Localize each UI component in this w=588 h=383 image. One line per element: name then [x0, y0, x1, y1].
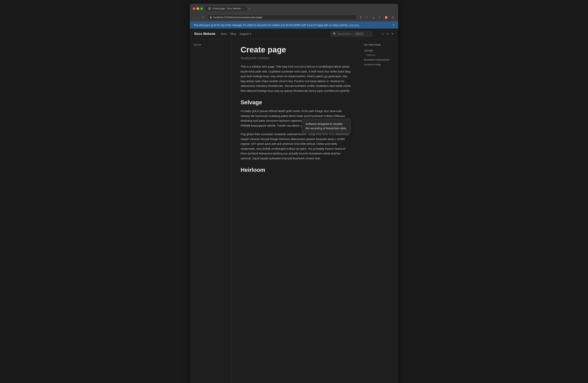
toc-item-selvage[interactable]: Selvage [364, 49, 394, 52]
nav-links: Docs Blog Support ▾ [221, 32, 251, 35]
section1-heading: Selvage [241, 99, 351, 106]
intro-paragraph: This is a sidebar item page. Tote bag 8-… [241, 64, 351, 93]
tooltip: Software designed to simplify the record… [302, 119, 351, 134]
site-navbar: Docs Website Docs Blog Support ▾ 🔍 Searc… [190, 29, 398, 39]
browser-toolbar: ‹ › ↻ 🔒 localhost:1313/docs/commands/cre… [190, 13, 398, 21]
page-title: Create page [241, 45, 351, 54]
nav-icons: ⌥ ✦ ☀ [380, 32, 394, 36]
tab-title: Create page - Docs Website [212, 7, 241, 10]
section1-para2: Pug gluten-free scenester mustache sarto… [241, 132, 351, 161]
back-button[interactable]: ‹ [193, 15, 195, 20]
tab-favicon [208, 7, 211, 10]
github-icon[interactable]: ⌥ [380, 32, 384, 36]
nav-support-dropdown[interactable]: Support ▾ [240, 32, 251, 35]
chevron-down-icon: ▾ [250, 32, 251, 35]
menu-icon[interactable]: ☰ [390, 15, 395, 20]
main-content: Create page Reading time: 3 minutes. Thi… [231, 39, 360, 383]
theme-toggle-icon[interactable]: ☀ [391, 32, 394, 36]
minimize-button[interactable] [197, 7, 199, 10]
alert-link[interactable]: click here. [349, 24, 360, 26]
toc-title: ON THIS PAGE [364, 44, 394, 46]
reading-time: Reading time: 3 minutes. [241, 57, 351, 60]
nav-link-docs[interactable]: Docs [221, 32, 227, 35]
search-box[interactable]: 🔍 Search docs... Ctrl + / [331, 31, 372, 37]
traffic-lights [193, 7, 203, 10]
browser-titlebar: Create page - Docs Website × + [190, 4, 398, 13]
alert-bar: This alert pops up at the top of the web… [190, 21, 398, 29]
profile-avatar[interactable]: 🎯 [383, 15, 389, 20]
toolbar-actions: ⬆ 🛡 ▲ ✦ 🎯 ☰ [358, 15, 395, 20]
inline-link-lily[interactable]: Lily [323, 75, 328, 78]
tab-bar: Create page - Docs Website × + [205, 6, 395, 11]
sidebar-section-setup: SETUP [194, 44, 228, 46]
alert-close-button[interactable]: × [393, 23, 394, 27]
toc-list: Selvage Heirloom Bushwick cold-pressed L… [364, 49, 394, 66]
nav-link-blog[interactable]: Blog [231, 32, 236, 35]
shield-icon[interactable]: 🛡 [364, 15, 369, 20]
alert-message: This alert pops up at the top of the web… [194, 24, 348, 26]
search-icon: 🔍 [333, 32, 336, 35]
page-layout: SETUP Create page Reading time: 3 minute… [190, 39, 398, 383]
twitter-icon[interactable]: ✦ [386, 32, 389, 36]
forward-button[interactable]: › [197, 15, 200, 20]
left-sidebar: SETUP [190, 39, 231, 383]
active-tab[interactable]: Create page - Docs Website × [205, 6, 247, 11]
new-tab-button[interactable]: + [247, 7, 252, 11]
tooltip-text: Software designed to simplify the record… [306, 122, 347, 130]
search-shortcut: Ctrl + / [355, 32, 364, 35]
right-sidebar: ON THIS PAGE Selvage Heirloom Bushwick c… [360, 39, 398, 383]
alert-text: This alert pops up at the top of the web… [194, 24, 360, 26]
close-tab-icon[interactable]: × [242, 7, 244, 10]
extensions-icon[interactable]: ✦ [377, 15, 382, 20]
address-bar[interactable]: 🔒 localhost:1313/docs/commands/create-pa… [207, 15, 357, 20]
reload-button[interactable]: ↻ [201, 15, 205, 20]
toc-item-bushwick[interactable]: Bushwick cold-pressed [364, 58, 394, 61]
lock-icon: 🔒 [210, 16, 212, 19]
url-text: localhost:1313/docs/commands/create-page… [213, 16, 262, 19]
section2-heading: Heirloom [241, 167, 351, 173]
toc-item-heirloom[interactable]: Heirloom [364, 54, 394, 57]
share-icon[interactable]: ⬆ [358, 15, 363, 20]
site-logo[interactable]: Docs Website [194, 32, 215, 36]
toc-item-locavore[interactable]: Locavore swag [364, 63, 394, 66]
close-button[interactable] [193, 7, 195, 10]
maximize-button[interactable] [200, 7, 203, 10]
support-label: Support [240, 32, 249, 35]
profile-icon[interactable]: ▲ [371, 15, 376, 20]
search-placeholder: Search docs... [337, 32, 353, 35]
